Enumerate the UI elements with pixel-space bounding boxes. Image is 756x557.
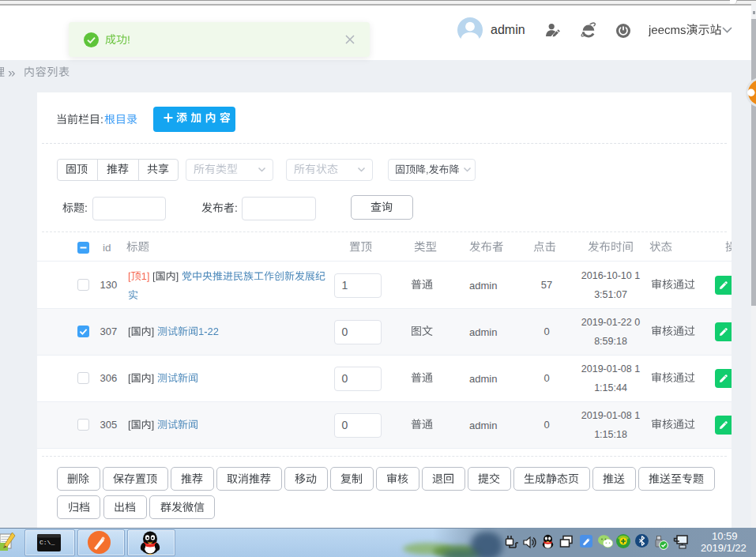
svg-text:C:\_: C:\_ <box>39 539 55 546</box>
